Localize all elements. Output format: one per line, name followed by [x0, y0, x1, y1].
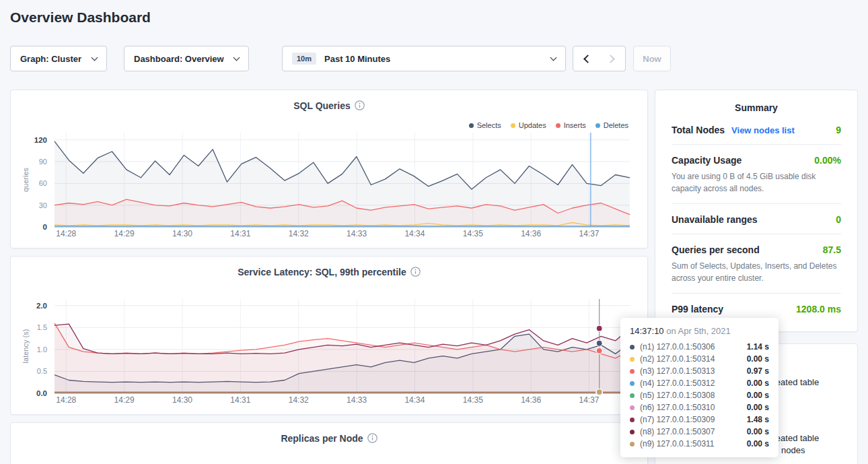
legend-label: Updates — [519, 121, 546, 129]
legend-item[interactable]: Selects — [469, 121, 501, 129]
replicas-per-node-chart-card: Replicas per Node — [10, 422, 648, 464]
page-title: Overview Dashboard — [10, 9, 151, 26]
y-tick-label: 30 — [39, 201, 47, 209]
tooltip-node-label: (n3) 127.0.0.1:50313 — [640, 366, 747, 376]
tooltip-node-value: 0.00 s — [747, 439, 769, 449]
tooltip-node-value: 0.00 s — [747, 427, 769, 436]
chart-plot[interactable] — [55, 299, 630, 393]
x-axis-ticks: 14:2814:2914:3014:3114:3214:3314:3414:35… — [55, 229, 630, 238]
y-tick-label: 2.0 — [36, 302, 47, 310]
y-tick-label: 0.0 — [36, 389, 47, 397]
y-tick-label: 60 — [39, 179, 47, 187]
tooltip-row: (n1) 127.0.0.1:503061.14 s — [630, 341, 769, 353]
legend-item[interactable]: Inserts — [556, 121, 586, 129]
x-axis-ticks: 14:2814:2914:3014:3114:3214:3314:3414:35… — [55, 395, 630, 405]
x-tick-label: 14:37 — [579, 395, 600, 405]
legend-dot-icon — [469, 123, 474, 128]
summary-row-total-nodes: Total Nodes View nodes list 9 — [672, 114, 841, 145]
legend-label: Inserts — [564, 121, 586, 129]
legend-dot-icon — [595, 123, 600, 128]
summary-row-label: Queries per second — [672, 244, 760, 255]
summary-row-capacity-usage: Capacity Usage 0.00% You are using 0 B o… — [672, 145, 841, 204]
tooltip-timestamp: 14:37:10 on Apr 5th, 2021 — [630, 326, 769, 336]
chevron-left-icon — [583, 55, 592, 63]
tooltip-node-label: (n9) 127.0.0.1:50311 — [640, 439, 747, 449]
tooltip-node-value: 0.00 s — [747, 403, 769, 412]
x-tick-label: 14:34 — [404, 395, 425, 405]
series-dot-icon — [630, 357, 635, 362]
x-tick-label: 14:32 — [289, 395, 309, 405]
summary-row-unavailable-ranges: Unavailable ranges 0 — [672, 204, 841, 234]
chevron-down-icon — [233, 54, 240, 61]
legend-item[interactable]: Updates — [511, 121, 546, 129]
series-dot-icon — [630, 369, 635, 374]
dashboard-dropdown[interactable]: Dashboard: Overview — [124, 46, 249, 71]
chart-legend: SelectsUpdatesInsertsDeletes — [469, 121, 628, 129]
legend-label: Selects — [477, 121, 501, 129]
chart-title: Replicas per Node — [11, 432, 647, 444]
summary-row-label: Capacity Usage — [672, 155, 742, 166]
sql-queries-chart-card: SQL Queries SelectsUpdatesInsertsDeletes… — [10, 90, 648, 248]
y-tick-label: 0 — [43, 223, 47, 231]
info-icon[interactable] — [367, 433, 377, 443]
dashboard-dropdown-label: Dashboard: Overview — [134, 54, 224, 64]
tooltip-row: (n3) 127.0.0.1:503130.97 s — [630, 365, 769, 377]
time-range-label: Past 10 Minutes — [324, 54, 544, 64]
tooltip-node-value: 0.97 s — [747, 366, 769, 376]
tooltip-row: (n2) 127.0.0.1:503140.00 s — [630, 353, 769, 365]
legend-item[interactable]: Deletes — [595, 121, 628, 129]
tooltip-node-value: 0.00 s — [747, 354, 769, 364]
summary-row-label: Total Nodes — [672, 125, 725, 135]
chevron-down-icon — [92, 54, 98, 61]
tooltip-node-value: 1.14 s — [747, 342, 769, 352]
view-nodes-list-link[interactable]: View nodes list — [731, 125, 795, 135]
now-button[interactable]: Now — [633, 46, 671, 71]
series-dot-icon — [630, 345, 635, 350]
tooltip-rows: (n1) 127.0.0.1:503061.14 s(n2) 127.0.0.1… — [630, 341, 769, 450]
series-dot-icon — [630, 442, 635, 446]
x-tick-label: 14:29 — [114, 395, 135, 405]
chart-title: Service Latency: SQL, 99th percentile — [11, 266, 647, 277]
info-icon[interactable] — [355, 100, 365, 110]
summary-row-description: You are using 0 B of 4.5 GiB usable disk… — [672, 170, 841, 195]
series-dot-icon — [630, 381, 635, 386]
summary-row-value: 9 — [836, 125, 841, 135]
time-range-badge: 10m — [292, 53, 316, 65]
x-tick-label: 14:36 — [521, 229, 541, 238]
tooltip-row: (n6) 127.0.0.1:503100.00 s — [630, 401, 769, 413]
x-tick-label: 14:37 — [579, 229, 600, 238]
overview-dashboard-page: Overview Dashboard Graph: Cluster Dashbo… — [0, 0, 868, 464]
tooltip-row: (n5) 127.0.0.1:503080.00 s — [630, 389, 769, 401]
service-latency-chart-card: Service Latency: SQL, 99th percentile la… — [10, 256, 648, 415]
time-forward-button[interactable] — [599, 46, 626, 71]
summary-row-value: 1208.0 ms — [796, 304, 841, 314]
x-tick-label: 14:28 — [56, 395, 76, 405]
y-axis-ticks: 2.01.51.00.50.0 — [27, 299, 50, 393]
graph-source-dropdown[interactable]: Graph: Cluster — [10, 46, 107, 71]
series-dot-icon — [630, 430, 635, 434]
legend-dot-icon — [511, 123, 515, 128]
tooltip-node-label: (n2) 127.0.0.1:50314 — [640, 354, 747, 364]
summary-row-value: 87.5 — [823, 244, 841, 255]
info-icon[interactable] — [410, 267, 421, 277]
x-tick-label: 14:29 — [114, 229, 135, 238]
event-item[interactable]: nodes — [781, 445, 805, 455]
x-tick-label: 14:33 — [347, 229, 367, 238]
x-tick-label: 14:31 — [230, 395, 250, 405]
time-range-dropdown[interactable]: 10m Past 10 Minutes — [282, 46, 566, 71]
x-tick-label: 14:30 — [172, 395, 192, 405]
tooltip-row: (n4) 127.0.0.1:503120.00 s — [630, 377, 769, 389]
x-tick-label: 14:33 — [347, 395, 367, 405]
tooltip-node-label: (n5) 127.0.0.1:50308 — [640, 391, 747, 400]
tooltip-row: (n8) 127.0.0.1:503070.00 s — [630, 426, 769, 438]
tooltip-node-value: 0.00 s — [747, 391, 769, 400]
chart-plot[interactable] — [55, 133, 630, 227]
chart-title: SQL Queries — [11, 100, 647, 111]
legend-dot-icon — [556, 123, 560, 128]
tooltip-node-label: (n6) 127.0.0.1:50310 — [640, 403, 747, 412]
time-back-button[interactable] — [573, 46, 600, 71]
x-tick-label: 14:32 — [289, 229, 309, 238]
x-tick-label: 14:35 — [463, 395, 483, 405]
chevron-right-icon — [606, 55, 615, 63]
graph-source-dropdown-label: Graph: Cluster — [20, 54, 81, 64]
